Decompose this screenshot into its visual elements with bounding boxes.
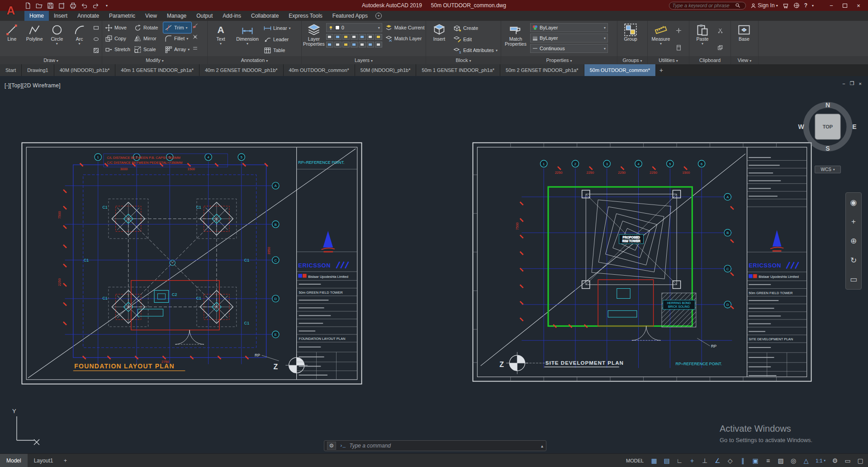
selection-cycling-icon[interactable]: ◎ (787, 455, 799, 467)
app-store-icon[interactable] (783, 2, 789, 9)
mirror-button[interactable]: Mirror (133, 33, 163, 44)
table-button[interactable]: Table (262, 45, 292, 56)
viewcube-south[interactable]: S (825, 145, 830, 152)
polyline-button[interactable]: Polyline (24, 22, 45, 56)
ribbon-tab-featured-apps[interactable]: Featured Apps (327, 11, 373, 21)
quick-calc-icon[interactable] (675, 44, 682, 51)
layer-tool-icon[interactable] (326, 42, 333, 48)
move-button[interactable]: Move (104, 22, 133, 33)
viewport-restore-icon[interactable]: ❐ (850, 81, 854, 86)
viewcube-north[interactable]: N (825, 101, 830, 109)
block-panel-label[interactable]: Block▾ (426, 56, 501, 64)
new-tab-button[interactable]: + (656, 64, 667, 76)
edit-block-button[interactable]: Edit (452, 34, 499, 45)
ribbon-tab-manage[interactable]: Manage (162, 11, 191, 21)
command-input[interactable]: Type a command (349, 443, 391, 449)
array-button[interactable]: Array▾ (163, 44, 191, 55)
paste-button[interactable]: Paste ▾ (691, 22, 714, 56)
file-tab-drawing1[interactable]: Drawing1 (22, 64, 54, 76)
site-development-drawing[interactable]: 1 2 3 4 5 6 A B C D (472, 142, 812, 382)
help-search-box[interactable] (669, 2, 746, 10)
draw-panel-label[interactable]: Draw▾ (0, 56, 102, 64)
command-customize-icon[interactable]: ⚙ (327, 442, 336, 450)
fillet-button[interactable]: Fillet▾ (163, 33, 191, 44)
copy-button[interactable]: Copy (104, 33, 133, 44)
ribbon-tab-express-tools[interactable]: Express Tools (284, 11, 327, 21)
rotate-button[interactable]: Rotate (133, 22, 163, 33)
hatch-tool-icon[interactable] (92, 47, 100, 54)
object-color-dropdown[interactable]: ByLayer ▾ (530, 23, 608, 32)
ellipse-tool-icon[interactable] (92, 36, 100, 43)
file-tab[interactable]: 40m OUTDOOR_common* (284, 64, 355, 76)
help-icon[interactable]: ? (804, 2, 807, 9)
snap-mode-icon[interactable]: ▤ (661, 455, 673, 467)
ribbon-tab-view[interactable]: View (140, 11, 162, 21)
group-button[interactable]: Group (619, 22, 642, 56)
recent-commands-icon[interactable]: ▴ (541, 443, 543, 448)
match-layer-button[interactable]: Match Layer (384, 34, 426, 43)
close-button[interactable]: × (852, 0, 865, 10)
maximize-button[interactable] (838, 0, 852, 10)
zoom-icon[interactable]: ⊕ (847, 234, 860, 247)
arc-button[interactable]: Arc ▾ (69, 22, 90, 56)
annotation-scale-button[interactable]: 1:1▾ (813, 458, 828, 463)
save-icon[interactable] (46, 1, 54, 10)
save-as-icon[interactable] (57, 1, 66, 10)
foundation-layout-drawing[interactable]: 1 2 3 4 5 A B C D E (21, 142, 363, 385)
viewcube-east[interactable]: E (852, 123, 856, 130)
navigation-wheel-icon[interactable]: ◉ (847, 196, 860, 209)
stay-connected-icon[interactable] (793, 2, 800, 9)
ribbon-display-toggle[interactable]: ▾ (375, 11, 382, 21)
isolate-objects-icon[interactable]: ▭ (842, 455, 854, 467)
undo-icon[interactable] (80, 1, 88, 10)
edit-attributes-button[interactable]: 1Edit Attributes▾ (452, 45, 499, 56)
annotation-panel-label[interactable]: Annotation▾ (208, 56, 301, 64)
dynamic-input-icon[interactable]: + (686, 455, 698, 467)
clipboard-panel-label[interactable]: Clipboard (689, 56, 730, 64)
layer-tool-icon[interactable] (367, 42, 374, 48)
polar-tracking-icon[interactable]: ∠ (711, 455, 723, 467)
workspace-switching-icon[interactable]: ⚙ (829, 455, 841, 467)
linear-button[interactable]: Linear▾ (262, 23, 292, 33)
properties-panel-label[interactable]: Properties▾ (501, 56, 617, 64)
grid-display-icon[interactable]: ▦ (648, 455, 660, 467)
file-tab-start[interactable]: Start (0, 64, 22, 76)
ortho-mode-icon[interactable]: ⊥ (699, 455, 711, 467)
make-current-button[interactable]: Make Current (384, 23, 426, 32)
layer-tool-icon[interactable] (351, 34, 358, 40)
layer-tool-icon[interactable] (375, 42, 382, 48)
infer-constraints-icon[interactable]: ∟ (674, 455, 685, 467)
help-caret-icon[interactable]: ▾ (812, 4, 814, 8)
qnew-icon[interactable] (24, 1, 32, 10)
line-button[interactable]: Line (1, 22, 23, 56)
dimension-button[interactable]: Dimension ▾ (234, 22, 261, 56)
erase-icon[interactable] (191, 22, 199, 29)
view-panel-label[interactable]: View▾ (731, 56, 758, 64)
insert-button[interactable]: Insert (427, 22, 451, 56)
layers-panel-label[interactable]: Layers▾ (302, 56, 426, 64)
orbit-icon[interactable]: ↻ (847, 254, 860, 267)
ribbon-tab-insert[interactable]: Insert (49, 11, 72, 21)
modify-panel-label[interactable]: Modify▾ (102, 56, 207, 64)
linetype-dropdown[interactable]: Continuous ▾ (530, 44, 608, 53)
ribbon-tab-home[interactable]: Home (24, 11, 49, 21)
layer-tool-icon[interactable] (334, 42, 342, 48)
autocad-app-logo-icon[interactable]: A (2, 1, 20, 20)
lineweight-icon[interactable]: ≡ (762, 455, 774, 467)
utilities-panel-label[interactable]: Utilities▾ (648, 56, 689, 64)
file-tab[interactable]: 50m 2 GENSET INDOOR_ph1a* (500, 64, 584, 76)
groups-panel-label[interactable]: Groups▾ (617, 56, 647, 64)
viewport-close-icon[interactable]: × (859, 81, 862, 86)
transparency-icon[interactable]: ▨ (775, 455, 787, 467)
file-tab[interactable]: 40M (INDOOR)_ph1b* (54, 64, 116, 76)
create-block-button[interactable]: Create (452, 23, 499, 33)
layer-tool-icon[interactable] (334, 34, 342, 40)
sign-in-button[interactable]: Sign In ▾ (750, 2, 778, 9)
command-line[interactable]: ⚙ ›_ Type a command ▴ (324, 440, 546, 451)
minimize-button[interactable]: − (825, 0, 838, 10)
ribbon-tab-collaborate[interactable]: Collaborate (246, 11, 284, 21)
rectangle-tool-icon[interactable] (92, 24, 100, 32)
explode-icon[interactable] (191, 33, 199, 40)
measure-button[interactable]: Measure ▾ (649, 22, 673, 56)
model-space-canvas[interactable]: [-][Top][2D Wireframe] − ❐ × (0, 76, 868, 453)
